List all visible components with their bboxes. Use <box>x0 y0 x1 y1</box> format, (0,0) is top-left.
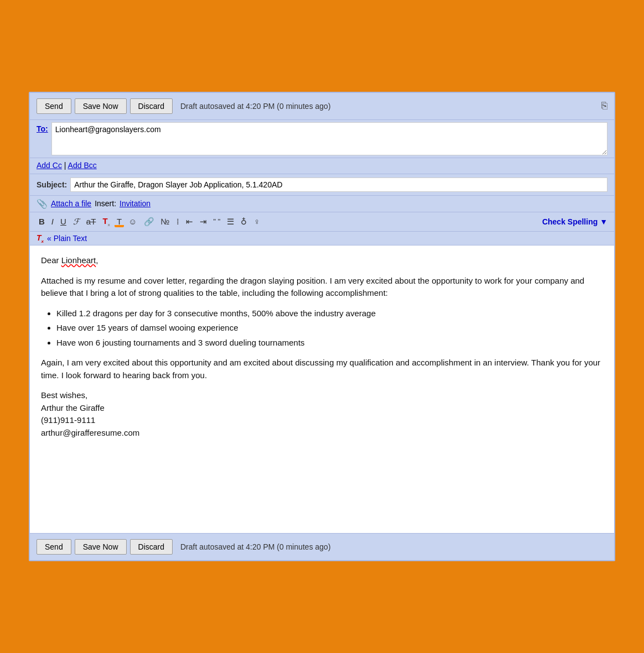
to-row: To: Lionheart@gragonslayers.com <box>30 120 614 158</box>
discard-button-bottom[interactable]: Discard <box>130 539 173 555</box>
format-toolbar: B I U ℱ aT Tx T ☺ 🔗 № ⁞ ⇤ ⇥ " " ☰ ♁ ♀ Ch… <box>30 212 614 232</box>
indent-more-button[interactable]: ⇥ <box>198 216 209 228</box>
add-bcc-link[interactable]: Add Bcc <box>68 161 97 170</box>
bullet-2: Have over 15 years of damsel wooing expe… <box>56 322 603 335</box>
unordered-list-button[interactable]: ⁞ <box>174 216 181 228</box>
add-cc-link[interactable]: Add Cc <box>37 161 62 170</box>
subject-row: Subject: <box>30 174 614 196</box>
bold-button[interactable]: B <box>37 216 47 227</box>
signature-line-3: (911)911-9111 <box>41 414 603 427</box>
font-color-button[interactable]: Tx <box>100 215 112 228</box>
send-button-bottom[interactable]: Send <box>37 539 71 555</box>
align-right-button[interactable]: ♀ <box>251 216 262 227</box>
email-compose-window: Send Save Now Discard Draft autosaved at… <box>29 92 615 562</box>
remove-formatting-icon: Tx <box>37 233 44 244</box>
signature-line-1: Best wishes, <box>41 389 603 402</box>
body-paragraph-1: Attached is my resume and cover letter, … <box>41 275 603 300</box>
email-body[interactable]: Dear Lionheart, Attached is my resume an… <box>30 245 614 533</box>
bullet-1: Killed 1.2 dragons per day for 3 consecu… <box>56 307 603 320</box>
subject-label: Subject: <box>37 180 67 189</box>
signature-line-4: arthur@girafferesume.com <box>41 427 603 440</box>
align-left-button[interactable]: ☰ <box>225 216 236 228</box>
save-now-button-top[interactable]: Save Now <box>75 98 127 114</box>
underline-button[interactable]: U <box>58 216 69 227</box>
strikethrough-button[interactable]: aT <box>84 216 98 227</box>
draft-status-bottom: Draft autosaved at 4:20 PM (0 minutes ag… <box>180 542 331 551</box>
invitation-link[interactable]: Invitation <box>120 199 150 208</box>
cc-links: Add Cc | Add Bcc <box>37 161 97 170</box>
accomplishments-list: Killed 1.2 dragons per day for 3 consecu… <box>56 307 603 349</box>
attach-file-link[interactable]: Attach a file <box>51 199 91 208</box>
plain-text-link[interactable]: Plain Text <box>47 234 87 243</box>
to-label[interactable]: To: <box>37 122 48 133</box>
discard-button-top[interactable]: Discard <box>130 98 173 114</box>
italic-button[interactable]: I <box>49 216 56 227</box>
signature-line-2: Arthur the Giraffe <box>41 402 603 415</box>
draft-status-top: Draft autosaved at 4:20 PM (0 minutes ag… <box>180 102 331 111</box>
bottom-toolbar: Send Save Now Discard Draft autosaved at… <box>30 533 614 560</box>
signature-block: Best wishes, Arthur the Giraffe (911)911… <box>41 389 603 439</box>
indent-less-button[interactable]: ⇤ <box>184 216 195 228</box>
paperclip-icon: 📎 <box>37 198 48 209</box>
link-button[interactable]: 🔗 <box>142 216 157 228</box>
attach-row: 📎 Attach a file Insert: Invitation <box>30 196 614 212</box>
cc-row: Add Cc | Add Bcc <box>30 158 614 174</box>
emoji-button[interactable]: ☺ <box>126 216 139 227</box>
cc-separator: | <box>64 161 68 170</box>
blockquote-button[interactable]: " " <box>211 216 223 227</box>
bullet-3: Have won 6 jousting tournaments and 3 sw… <box>56 337 603 349</box>
plain-text-row: Tx Plain Text <box>30 232 614 246</box>
align-center-button[interactable]: ♁ <box>238 216 249 228</box>
greeting: Dear Lionheart, <box>41 254 603 267</box>
insert-label: Insert: <box>95 199 116 208</box>
body-paragraph-2: Again, I am very excited about this oppo… <box>41 357 603 382</box>
to-input[interactable]: Lionheart@gragonslayers.com <box>51 122 607 155</box>
check-spelling-button[interactable]: Check Spelling ▼ <box>542 217 607 226</box>
highlight-button[interactable]: T <box>115 216 124 227</box>
font-button[interactable]: ℱ <box>71 216 82 228</box>
send-button-top[interactable]: Send <box>37 98 71 114</box>
top-toolbar: Send Save Now Discard Draft autosaved at… <box>30 93 614 120</box>
recipient-name: Lionheart <box>61 255 96 265</box>
save-now-button-bottom[interactable]: Save Now <box>75 539 127 555</box>
subject-input[interactable] <box>70 177 607 192</box>
ordered-list-button[interactable]: № <box>159 216 172 227</box>
popout-icon[interactable]: ⎘ <box>601 100 607 112</box>
